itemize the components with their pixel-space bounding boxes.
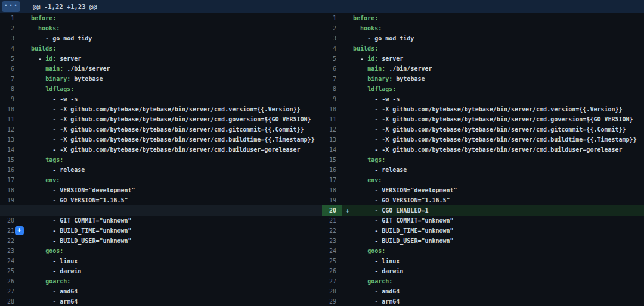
line-number-new[interactable]: 7: [322, 74, 342, 84]
line-number-new[interactable]: 19: [322, 195, 342, 205]
line-number-old[interactable]: 11: [0, 114, 20, 124]
yaml-key-token: hooks:: [38, 25, 60, 32]
diff-marker: [346, 226, 353, 236]
line-number-new[interactable]: 28: [322, 286, 342, 296]
diff-marker: [346, 195, 353, 205]
diff-marker: [24, 246, 31, 256]
line-number-new[interactable]: 9: [322, 94, 342, 104]
line-number-new[interactable]: 23: [322, 236, 342, 246]
line-number-old[interactable]: 8: [0, 84, 20, 94]
line-number-new[interactable]: 21: [322, 216, 342, 226]
line-number-old[interactable]: 24: [0, 256, 20, 266]
line-number-old[interactable]: 22: [0, 236, 20, 246]
diff-row-old-side: 14 - -X github.com/bytebase/bytebase/bin…: [0, 145, 322, 155]
yaml-key-token: goos:: [367, 248, 385, 254]
line-number-new[interactable]: 15: [322, 155, 342, 165]
line-number-old[interactable]: 14: [0, 145, 20, 155]
line-number-new[interactable]: 4: [322, 43, 342, 54]
diff-row-new-side: 7 binary: bytebase: [322, 74, 644, 84]
line-number-old[interactable]: 15: [0, 155, 20, 165]
diff-marker: [24, 236, 31, 246]
diff-marker: [346, 276, 353, 286]
line-number-old[interactable]: 19: [0, 195, 20, 205]
line-number-old[interactable]: 16: [0, 165, 20, 175]
yaml-key-token: env:: [45, 177, 60, 183]
expand-hunk-button[interactable]: ···: [2, 1, 20, 12]
line-number-old[interactable]: 10: [0, 104, 20, 114]
diff-row: 3 - go mod tidy3 - go mod tidy: [0, 33, 644, 43]
line-number-old[interactable]: 18: [0, 185, 20, 195]
code-line-old: - arm64: [20, 296, 322, 306]
diff-row-old-side: 6 main: ./bin/server: [0, 64, 322, 74]
code-token: [31, 76, 45, 82]
line-number-old[interactable]: 6: [0, 64, 20, 74]
line-number-old[interactable]: 26: [0, 276, 20, 286]
line-number-new[interactable]: 16: [322, 165, 342, 175]
line-number-old[interactable]: 20: [0, 216, 20, 226]
code-line-old: - -X github.com/bytebase/bytebase/bin/se…: [20, 104, 322, 114]
line-number-old[interactable]: 17: [0, 175, 20, 185]
diff-row: 16 - release16 - release: [0, 165, 644, 175]
code-token: - -X github.com/bytebase/bytebase/bin/se…: [353, 106, 623, 113]
code-token: - -X github.com/bytebase/bytebase/bin/se…: [353, 116, 633, 123]
code-line-old: - GIT_COMMIT="unknown": [20, 216, 322, 226]
code-line-old: - BUILD_TIME="unknown": [20, 226, 322, 236]
line-number-new[interactable]: 26: [322, 266, 342, 276]
line-number-new[interactable]: 1: [322, 13, 342, 23]
line-number-old[interactable]: 7: [0, 74, 20, 84]
line-number-old[interactable]: 13: [0, 135, 20, 145]
code-token: [353, 248, 367, 254]
line-number-new[interactable]: 29: [322, 296, 342, 306]
diff-row: 9 - -w -s9 - -w -s: [0, 94, 644, 104]
line-number-old[interactable]: 25: [0, 266, 20, 276]
line-number-new[interactable]: 22: [322, 226, 342, 236]
line-number-old[interactable]: 23: [0, 246, 20, 256]
line-number-new[interactable]: 20: [322, 205, 342, 216]
diff-row-new-side: 24 goos:: [322, 246, 644, 256]
line-number-old[interactable]: 27: [0, 286, 20, 296]
line-number-new[interactable]: 8: [322, 84, 342, 94]
diff-row-new-side: 15 tags:: [322, 155, 644, 165]
diff-row: 26 goarch:27 goarch:: [0, 276, 644, 286]
line-number-new[interactable]: 11: [322, 114, 342, 124]
diff-marker: [346, 124, 353, 135]
code-token: - -X github.com/bytebase/bytebase/bin/se…: [31, 126, 304, 133]
line-number-old[interactable]: 1: [0, 13, 20, 23]
line-number-new[interactable]: 24: [322, 246, 342, 256]
diff-marker: [24, 276, 31, 286]
add-comment-button[interactable]: +: [15, 226, 24, 235]
diff-row-old-side: 15 tags:: [0, 155, 322, 165]
line-number-new[interactable]: 18: [322, 185, 342, 195]
line-number-new[interactable]: 10: [322, 104, 342, 114]
line-number-old[interactable]: 28: [0, 296, 20, 306]
line-number-new[interactable]: 3: [322, 33, 342, 43]
code-token: -: [31, 55, 45, 62]
diff-marker: [346, 64, 353, 74]
line-number-old[interactable]: 4: [0, 43, 20, 54]
line-number-new[interactable]: 5: [322, 54, 342, 64]
code-line-old: main: ./bin/server: [20, 64, 322, 74]
line-number-new[interactable]: 27: [322, 276, 342, 286]
diff-row-new-side: 23 - BUILD_USER="unknown": [322, 236, 644, 246]
code-line-new: - darwin: [342, 266, 644, 276]
line-number-new[interactable]: 25: [322, 256, 342, 266]
code-line-old: ldflags:: [20, 84, 322, 94]
line-number-old[interactable]: 5: [0, 54, 20, 64]
line-number-new[interactable]: 6: [322, 64, 342, 74]
diff-row-new-side: 14 - -X github.com/bytebase/bytebase/bin…: [322, 145, 644, 155]
line-number-new[interactable]: 13: [322, 135, 342, 145]
diff-marker: [24, 266, 31, 276]
line-number-old[interactable]: 9: [0, 94, 20, 104]
code-line-new: - -X github.com/bytebase/bytebase/bin/se…: [342, 124, 644, 135]
diff-marker: [24, 195, 31, 205]
line-number-old[interactable]: 12: [0, 124, 20, 135]
line-number-old[interactable]: 2: [0, 23, 20, 33]
line-number-new[interactable]: 17: [322, 175, 342, 185]
line-number-new[interactable]: 12: [322, 124, 342, 135]
yaml-key-token: before:: [353, 15, 378, 21]
line-number-old[interactable]: 3: [0, 33, 20, 43]
code-line-old: - BUILD_USER="unknown": [20, 236, 322, 246]
diff-marker: [24, 155, 31, 165]
line-number-new[interactable]: 14: [322, 145, 342, 155]
line-number-new[interactable]: 2: [322, 23, 342, 33]
